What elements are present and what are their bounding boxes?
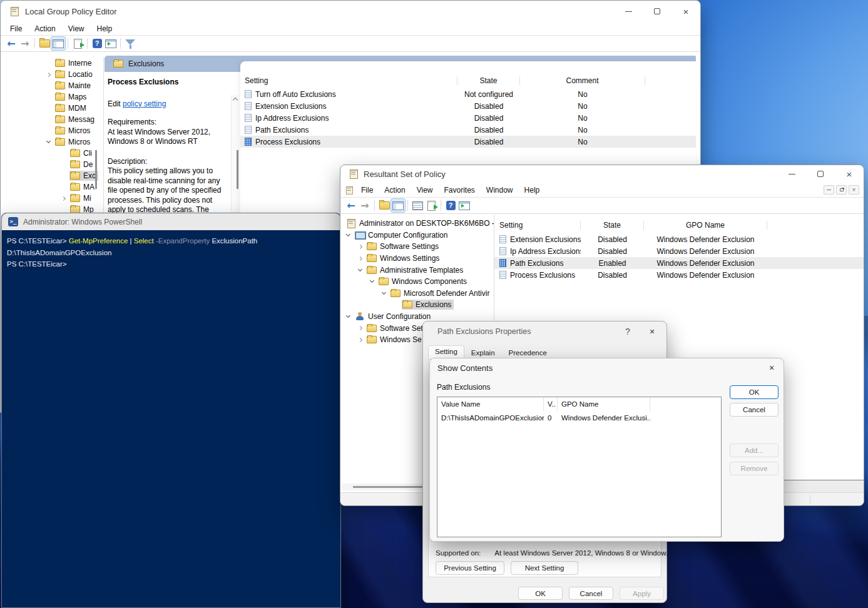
- tree-item-windows-components[interactable]: Windows Components: [340, 276, 494, 288]
- back-icon[interactable]: [4, 37, 18, 50]
- column-state[interactable]: State: [457, 76, 520, 85]
- policy-setting-link[interactable]: policy setting: [123, 99, 166, 108]
- tree-item-micros[interactable]: Micros: [6, 136, 103, 148]
- tree-item-micros[interactable]: Micros: [6, 125, 103, 136]
- remove-button[interactable]: Remove: [730, 462, 779, 475]
- column-value[interactable]: V..: [544, 397, 558, 411]
- close-button[interactable]: ×: [680, 6, 692, 17]
- list-row-path-exclusions[interactable]: Path ExclusionsEnabledWindows Defender E…: [494, 257, 864, 269]
- column-state[interactable]: State: [581, 221, 644, 230]
- minimize-button[interactable]: [623, 6, 634, 17]
- collapse-icon[interactable]: [370, 278, 374, 283]
- close-icon[interactable]: ×: [646, 326, 658, 337]
- tree-item-de[interactable]: De: [6, 159, 103, 170]
- list-row-ip-address-exclusions[interactable]: Ip Address ExclusionsDisabledWindows Def…: [494, 245, 864, 257]
- list-row-ip-address-exclusions[interactable]: Ip Address ExclusionsDisabledNo: [240, 112, 696, 124]
- list-row-path-exclusions[interactable]: Path ExclusionsDisabledNo: [240, 124, 696, 136]
- tree-item-computer-configuration[interactable]: Computer Configuration: [340, 230, 494, 241]
- expand-icon[interactable]: [358, 338, 362, 342]
- mdi-restore-button[interactable]: [836, 185, 847, 195]
- tree-item-administrative-templates[interactable]: Administrative Templates: [340, 264, 494, 276]
- list-row-process-exclusions[interactable]: Process ExclusionsDisabledNo: [240, 136, 696, 148]
- back-icon[interactable]: [344, 199, 358, 212]
- ok-button[interactable]: OK: [730, 385, 779, 399]
- menu-view[interactable]: View: [411, 184, 439, 196]
- help-icon[interactable]: [444, 199, 457, 212]
- collapse-icon[interactable]: [382, 290, 386, 295]
- column-setting[interactable]: Setting: [240, 76, 457, 85]
- forward-icon[interactable]: [18, 37, 32, 50]
- forward-icon[interactable]: [358, 199, 372, 212]
- menu-window[interactable]: Window: [481, 184, 519, 196]
- list-row-d-thisisadomaingpoexclusion[interactable]: D:\ThisIsADomainGPOExclusion0Windows Def…: [437, 411, 721, 424]
- filter-icon[interactable]: [123, 37, 137, 50]
- column-value-name[interactable]: Value Name: [437, 397, 544, 411]
- close-button[interactable]: ×: [844, 168, 855, 180]
- minimize-button[interactable]: [786, 168, 797, 180]
- tab-setting[interactable]: Setting: [428, 345, 464, 358]
- tree-item-windows-settings[interactable]: Windows Settings: [340, 253, 494, 265]
- menu-action[interactable]: Action: [379, 184, 411, 196]
- tree-item-maps[interactable]: Maps: [6, 91, 103, 103]
- maximize-button[interactable]: [815, 168, 826, 180]
- menu-file[interactable]: File: [355, 184, 379, 196]
- expand-icon[interactable]: [358, 256, 362, 261]
- list-row-process-exclusions[interactable]: Process ExclusionsDisabledWindows Defend…: [494, 269, 864, 281]
- column-setting[interactable]: Setting: [494, 221, 581, 230]
- folder-up-icon[interactable]: [377, 199, 391, 212]
- scroll-up-icon[interactable]: [233, 98, 238, 103]
- cancel-button[interactable]: Cancel: [569, 587, 613, 600]
- collapse-icon[interactable]: [46, 139, 51, 143]
- console-output[interactable]: PS C:\TESTEicar> Get-MpPreference | Sele…: [2, 230, 340, 270]
- help-icon[interactable]: ?: [622, 326, 633, 337]
- tree-item-ma[interactable]: MA: [6, 181, 103, 193]
- tree-item-cli[interactable]: Cli: [6, 148, 103, 159]
- expand-icon[interactable]: [358, 326, 362, 330]
- properties-icon[interactable]: [411, 199, 424, 212]
- tree-item-messag[interactable]: Messag: [6, 114, 103, 125]
- help-icon[interactable]: [90, 37, 104, 50]
- tree-item-locatio[interactable]: Locatio: [6, 69, 103, 80]
- apply-button[interactable]: Apply: [620, 587, 664, 600]
- column-comment[interactable]: Comment: [520, 76, 645, 85]
- tree-item-interne[interactable]: Interne: [6, 58, 103, 69]
- collapse-icon[interactable]: [358, 267, 362, 271]
- menu-help[interactable]: Help: [91, 23, 118, 35]
- expand-icon[interactable]: [61, 196, 66, 200]
- menu-file[interactable]: File: [4, 23, 28, 35]
- expand-icon[interactable]: [46, 72, 51, 76]
- tree-item-exclusions[interactable]: Exclusions: [340, 299, 494, 311]
- menu-view[interactable]: View: [63, 23, 90, 35]
- console-tree-icon[interactable]: [51, 37, 65, 50]
- previous-setting-button[interactable]: Previous Setting: [436, 561, 504, 575]
- ok-button[interactable]: OK: [518, 587, 563, 600]
- folder-up-icon[interactable]: [38, 37, 51, 50]
- expand-icon[interactable]: [358, 245, 362, 249]
- menu-action[interactable]: Action: [29, 23, 61, 35]
- mdi-minimize-button[interactable]: [824, 185, 834, 195]
- tree-item-mainte[interactable]: Mainte: [6, 80, 103, 91]
- cancel-button[interactable]: Cancel: [730, 403, 779, 417]
- list-row-turn-off-auto-exclusions[interactable]: Turn off Auto ExclusionsNot configuredNo: [240, 88, 696, 100]
- mdi-close-button[interactable]: ×: [849, 185, 859, 195]
- gpe-tree-scrollbar[interactable]: [95, 150, 97, 189]
- column-gpo-name[interactable]: GPO Name: [558, 397, 650, 411]
- extended-pane-icon[interactable]: [457, 199, 471, 212]
- scrollbar-thumb[interactable]: [237, 150, 238, 189]
- next-setting-button[interactable]: Next Setting: [511, 561, 578, 575]
- list-row-extension-exclusions[interactable]: Extension ExclusionsDisabledWindows Defe…: [494, 233, 864, 245]
- menu-favorites[interactable]: Favorites: [439, 184, 481, 196]
- tree-item-mdm[interactable]: MDM: [6, 103, 103, 114]
- tree-item-microsoft-defender-antivir[interactable]: Microsoft Defender Antivir: [340, 288, 494, 300]
- extended-pane-icon[interactable]: [104, 37, 118, 50]
- console-tree-icon[interactable]: [391, 199, 405, 212]
- export-list-icon[interactable]: [424, 199, 438, 212]
- menu-help[interactable]: Help: [519, 184, 546, 196]
- tree-item-administrator-on-desktop-bk6m6bo-r[interactable]: Administrator on DESKTOP-BK6M6BO - R: [340, 218, 494, 230]
- export-list-icon[interactable]: [71, 37, 84, 50]
- add-button[interactable]: Add...: [730, 443, 779, 457]
- collapse-icon[interactable]: [346, 232, 350, 236]
- collapse-icon[interactable]: [346, 313, 350, 318]
- maximize-button[interactable]: [651, 6, 663, 17]
- list-row-extension-exclusions[interactable]: Extension ExclusionsDisabledNo: [240, 100, 696, 112]
